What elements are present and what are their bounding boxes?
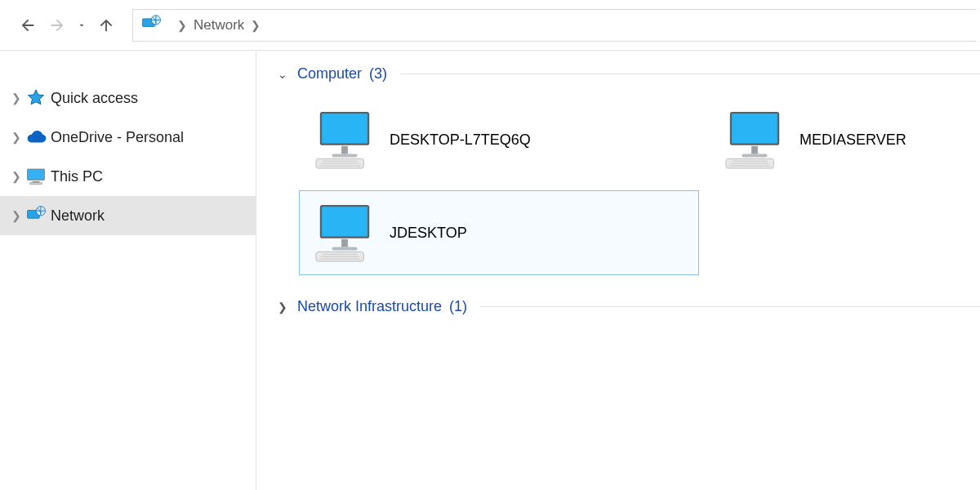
chevron-right-icon: ❯ [11,170,26,183]
svg-rect-8 [323,114,368,143]
sidebar-item-onedrive[interactable]: ❯ OneDrive - Personal [0,118,256,157]
chevron-right-icon: ❯ [11,91,26,105]
group-title: Computer [297,65,362,82]
toolbar: ❯ Network ❯ [0,0,980,51]
network-computer-item[interactable]: MEDIASERVER [709,97,978,182]
sidebar-item-network[interactable]: ❯ Network [0,196,256,235]
network-computer-item[interactable]: JDESKTOP [299,190,699,275]
computer-items: DESKTOP-L7TEQ6Q MEDIASERVER [278,97,980,275]
computer-name: DESKTOP-L7TEQ6Q [390,131,531,149]
chevron-right-icon: ❯ [278,301,292,314]
onedrive-icon [26,127,51,148]
this-pc-icon [26,167,51,186]
breadcrumb-location[interactable]: Network [194,17,244,33]
network-computer-item[interactable]: DESKTOP-L7TEQ6Q [299,97,699,182]
sidebar-item-label: Network [51,207,105,225]
svg-rect-16 [733,114,777,143]
svg-rect-26 [332,247,357,251]
sidebar-item-this-pc[interactable]: ❯ This PC [0,157,256,196]
nav-up-button[interactable] [91,11,121,40]
nav-back-button[interactable] [13,11,42,40]
computer-name: JDESKTOP [390,225,467,242]
svg-rect-4 [30,183,42,185]
group-header-network-infrastructure[interactable]: ❯ Network Infrastructure (1) [278,298,980,315]
network-icon [26,205,51,226]
computer-name: MEDIASERVER [800,131,906,149]
divider [480,306,980,307]
nav-forward-button[interactable] [42,11,72,40]
content-pane: ⌄ Computer (3) DES [256,51,980,490]
svg-rect-10 [332,154,357,158]
svg-rect-9 [341,146,348,154]
sidebar-item-label: This PC [51,168,103,185]
address-bar[interactable]: ❯ Network ❯ [132,9,977,42]
quick-access-icon [26,88,51,108]
svg-rect-2 [28,169,45,180]
navigation-pane: ❯ Quick access ❯ OneDrive - Personal ❯ [0,51,256,490]
group-count: (1) [449,298,467,314]
chevron-right-icon: ❯ [11,131,26,144]
chevron-right-icon: ❯ [177,19,187,32]
computer-icon [311,109,378,170]
sidebar-item-label: Quick access [51,90,138,107]
group-header-computer[interactable]: ⌄ Computer (3) [278,65,980,82]
chevron-down-icon: ⌄ [278,68,292,81]
chevron-right-icon: ❯ [11,209,26,222]
network-location-icon [141,15,163,36]
svg-rect-18 [742,154,767,158]
group-count: (3) [369,65,387,82]
svg-rect-24 [323,207,368,236]
svg-rect-25 [341,239,348,247]
chevron-right-icon: ❯ [251,19,261,32]
computer-icon [721,109,788,170]
divider [400,74,980,74]
sidebar-item-quick-access[interactable]: ❯ Quick access [0,78,256,118]
group-title: Network Infrastructure [297,298,442,314]
nav-recent-dropdown[interactable] [72,11,91,40]
svg-rect-17 [751,146,758,154]
sidebar-item-label: OneDrive - Personal [51,129,184,146]
computer-icon [311,203,378,263]
